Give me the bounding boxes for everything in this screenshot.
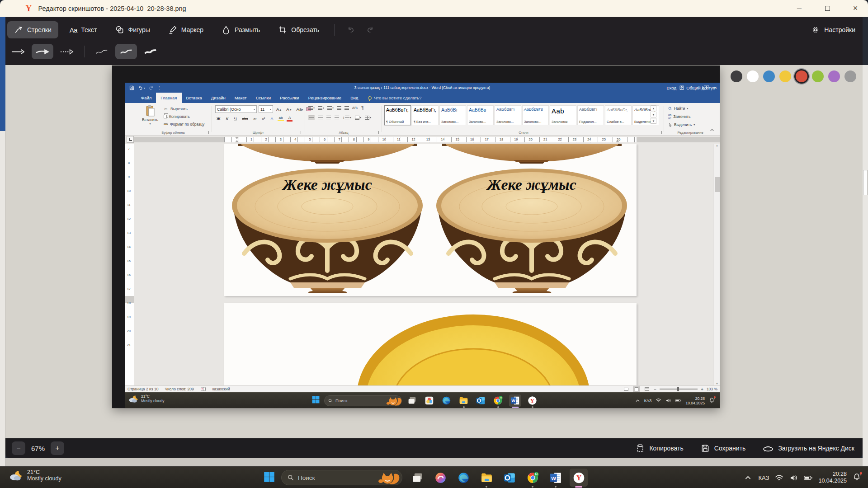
stroke-thin-button[interactable] — [91, 44, 113, 59]
copy-screenshot-button[interactable]: Копировать — [636, 444, 683, 453]
right-indent-marker[interactable] — [616, 140, 619, 142]
language-tray[interactable]: КАЗ — [758, 474, 769, 481]
style-card-Подзагол...[interactable]: АаБбВвГıПодзагол... — [577, 105, 604, 125]
find-button[interactable]: Найти▾ — [668, 106, 695, 111]
font-dialog-launcher[interactable] — [298, 131, 301, 134]
captured-weather-widget[interactable]: 21°CMostly cloudy — [128, 394, 165, 403]
taskbar-app-task-view[interactable] — [408, 469, 426, 487]
notifications-bell[interactable] — [853, 473, 862, 483]
paragraph-dialog-launcher[interactable] — [376, 131, 379, 134]
maximize-button[interactable] — [822, 3, 833, 14]
captured-screenshot[interactable]: ▾ ⋮ 3 сынып қазақ т 111 сабақ көрнекілік… — [112, 66, 720, 408]
style-card-Заголово...[interactable]: АаБбВвГгЗаголово... — [522, 105, 549, 125]
zoom-in-button[interactable]: + — [701, 387, 703, 392]
tray-chevron-icon[interactable] — [744, 474, 752, 481]
taskbar-app-copilot[interactable] — [431, 469, 449, 487]
stroke-thick-button[interactable] — [140, 44, 161, 59]
tab-Файл[interactable]: Файл — [137, 93, 156, 103]
tab-Вид[interactable]: Вид — [346, 93, 363, 103]
redo-button[interactable] — [363, 22, 378, 38]
captured-search-box[interactable]: Поиск — [324, 395, 402, 406]
numbered-list-button[interactable]: ▾ — [318, 106, 324, 110]
scrollbar-thumb[interactable] — [715, 177, 720, 192]
taskbar-app-explorer[interactable] — [477, 469, 495, 487]
font-name-select[interactable]: Calibri (Осно▾ — [215, 105, 257, 113]
taskbar-app-chrome[interactable] — [492, 394, 504, 407]
stroke-medium-button[interactable] — [115, 44, 137, 59]
volume-icon[interactable] — [665, 398, 671, 403]
style-card-Слабое в...[interactable]: АаБбВвГг,Слабое в... — [605, 105, 632, 125]
share-button[interactable]: Общий доступ — [679, 83, 715, 93]
word-count[interactable]: Число слов: 209 — [165, 387, 193, 391]
tool-blur-button[interactable]: Размыть — [215, 21, 267, 38]
tab-selector[interactable] — [127, 136, 134, 143]
redo-icon[interactable] — [149, 85, 154, 90]
clock-tray[interactable]: 20:2810.04.2025 — [818, 471, 847, 484]
tray-chevron-icon[interactable] — [635, 399, 640, 403]
justify-button[interactable] — [335, 116, 339, 119]
save-icon[interactable] — [129, 85, 134, 90]
notifications-bell[interactable] — [709, 397, 715, 405]
style-card-Заголовок[interactable]: AabЗаголовок — [550, 105, 576, 125]
print-layout-button[interactable] — [633, 386, 640, 392]
arrow-style-straight-button[interactable] — [7, 44, 29, 59]
styles-gallery-scroll[interactable]: ▲▼▼ — [651, 105, 656, 124]
tab-Главная[interactable]: Главная — [156, 93, 181, 103]
settings-button[interactable]: Настройки — [811, 19, 855, 40]
strikethrough-button[interactable]: abc — [241, 117, 250, 121]
undo-button[interactable] — [343, 22, 358, 38]
font-size-select[interactable]: 11▾ — [259, 105, 273, 113]
tell-me-box[interactable]: Что вы хотите сделать? — [363, 93, 427, 103]
color-swatch[interactable] — [796, 70, 807, 82]
font-color-button[interactable]: А — [287, 115, 292, 122]
change-case-button[interactable]: Аа▾ — [295, 107, 305, 112]
superscript-button[interactable]: x² — [261, 117, 267, 121]
color-swatch[interactable] — [763, 70, 775, 82]
battery-icon[interactable] — [804, 474, 812, 481]
taskbar-app-task-view[interactable] — [406, 394, 418, 407]
start-button[interactable] — [263, 471, 275, 485]
battery-icon[interactable] — [675, 398, 681, 403]
paste-button[interactable]: Вставить▾ — [139, 105, 161, 131]
tool-marker-button[interactable]: Маркер — [161, 21, 210, 38]
taskbar-app-edge[interactable] — [440, 394, 453, 407]
background-scrollbar-thumb[interactable] — [863, 170, 868, 195]
tool-shapes-button[interactable]: Фигуры — [108, 21, 157, 38]
taskbar-app-word[interactable] — [547, 469, 565, 487]
collapse-ribbon-button[interactable] — [710, 128, 714, 132]
zoom-out-button[interactable]: − — [12, 441, 25, 455]
style-card-Заголово...[interactable]: АаБбВıЗаголово... — [439, 105, 466, 125]
highlight-color-button[interactable]: ab — [278, 116, 284, 121]
language-tray[interactable]: КАЗ — [644, 399, 652, 403]
italic-button[interactable]: К — [225, 116, 230, 121]
replace-button[interactable]: abacЗаменить — [668, 113, 695, 120]
style-card-¶ Без инт...[interactable]: АаБбВвГг,¶ Без инт... — [412, 105, 439, 125]
tool-crop-button[interactable]: Обрезать — [271, 21, 326, 38]
signin-link[interactable]: Вход — [667, 83, 677, 93]
zoom-slider-thumb[interactable] — [677, 387, 679, 391]
tab-Макет[interactable]: Макет — [230, 93, 251, 103]
minimize-button[interactable]: ─ — [794, 3, 805, 14]
proofing-icon[interactable] — [200, 387, 206, 391]
format-painter-button[interactable]: Формат по образцу — [164, 122, 204, 127]
increase-indent-button[interactable] — [344, 106, 349, 110]
upload-yandex-disk-button[interactable]: Загрузить на Яндекс Диск — [763, 444, 854, 453]
language-indicator[interactable]: казахский — [212, 387, 230, 391]
taskbar-app-outlook[interactable] — [500, 469, 519, 487]
color-swatch[interactable] — [747, 70, 759, 82]
taskbar-app-yandex-browser[interactable] — [570, 469, 588, 487]
color-swatch[interactable] — [731, 70, 742, 82]
sort-button[interactable]: АЯ↓ — [352, 106, 358, 109]
first-line-indent-marker[interactable] — [235, 137, 239, 139]
taskbar-app-edge[interactable] — [454, 469, 472, 487]
tab-Рассылки[interactable]: Рассылки — [275, 93, 304, 103]
align-center-button[interactable] — [318, 116, 323, 119]
taskbar-app-chrome[interactable] — [524, 469, 542, 487]
underline-button[interactable]: Ч — [232, 116, 238, 121]
taskbar-app-yandex-browser[interactable] — [526, 394, 538, 407]
style-card-¶ Обычный[interactable]: АаБбВвГг,¶ Обычный — [384, 105, 411, 125]
align-right-button[interactable] — [326, 116, 331, 119]
weather-widget[interactable]: 21°CMostly cloudy — [9, 469, 61, 482]
volume-icon[interactable] — [789, 474, 798, 481]
text-effects-button[interactable]: А — [269, 116, 274, 121]
